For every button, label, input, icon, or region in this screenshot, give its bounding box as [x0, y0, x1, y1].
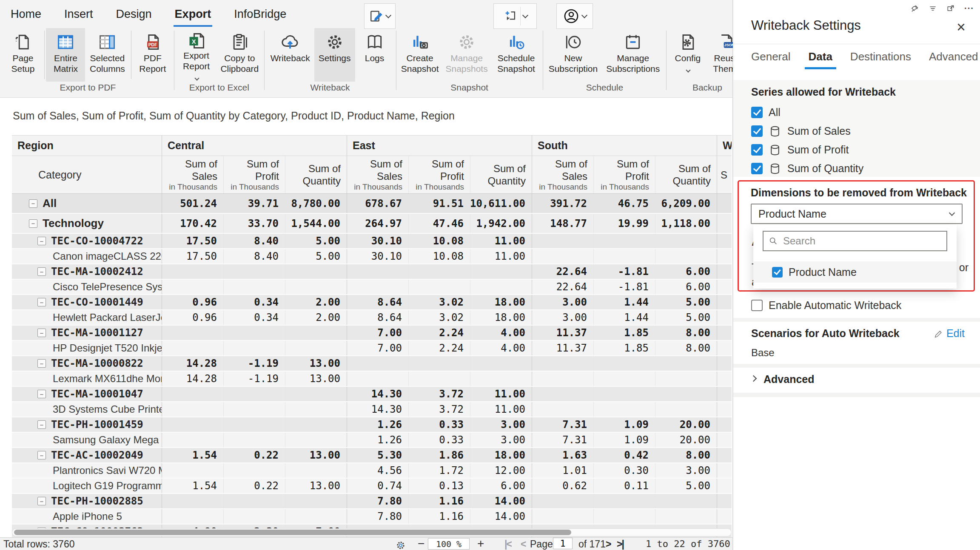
matrix-row-samsung-galaxy-mega-6-3: Samsung Galaxy Mega 6.31.260.333.007.311… [12, 433, 732, 448]
ribbon-tab-infobridge[interactable]: InfoBridge [233, 7, 288, 27]
previous-page-button[interactable]: < [521, 539, 525, 550]
annotate-button[interactable] [364, 3, 396, 29]
zoom-in-button[interactable]: + [477, 537, 484, 550]
new-subscription-button[interactable]: New Subscription [545, 28, 602, 82]
entire-matrix-button[interactable]: Entire Matrix [46, 28, 85, 82]
schedule-snapshot-button[interactable]: Schedule Snapshot [491, 28, 541, 82]
filter-icon[interactable] [929, 4, 937, 13]
checkbox-checked[interactable] [751, 144, 763, 156]
page-input[interactable] [553, 538, 573, 549]
popout-icon[interactable] [946, 4, 955, 13]
collapse-icon[interactable] [37, 267, 46, 276]
copy-to-clipboard-button[interactable]: Copy to Clipboard [217, 28, 262, 82]
selected-columns-button[interactable]: Selected Columns [85, 28, 129, 82]
collapse-icon[interactable] [37, 497, 46, 505]
value-cell [285, 509, 347, 524]
advanced-expander[interactable]: Advanced [751, 373, 814, 386]
value-cell [593, 494, 655, 508]
panel-tab-destinations[interactable]: Destinations [850, 50, 911, 69]
value-cell: 0.34 [223, 295, 285, 309]
value-cell [470, 264, 532, 279]
row-label: TEC-MA-10000822 [51, 357, 143, 369]
pin-icon[interactable] [911, 4, 919, 13]
logs-button[interactable]: Logs [355, 28, 394, 82]
value-cell: 22.64 [532, 264, 593, 279]
value-cell: 1.86 [408, 448, 470, 462]
value-cell [593, 371, 655, 386]
last-page-button[interactable]: >| [617, 539, 624, 550]
panel-tab-data[interactable]: Data [809, 50, 832, 69]
collapse-icon[interactable] [37, 451, 46, 459]
export-report-button[interactable]: XExport Report [176, 28, 217, 82]
series-item-all[interactable]: All [751, 103, 863, 122]
collapse-icon[interactable] [37, 420, 46, 429]
ribbon-tab-home[interactable]: Home [9, 7, 43, 27]
row-label: Samsung Galaxy Mega 6.3 [53, 434, 162, 446]
value-cell: 1.16 [408, 494, 470, 508]
create-snapshot-button[interactable]: Create Snapshot [398, 28, 442, 82]
manage-subscriptions-button[interactable]: Manage Subscriptions [601, 28, 664, 82]
collapse-icon[interactable] [37, 390, 46, 398]
row-label-cell: Logitech G19 Programmabl… [12, 479, 162, 493]
value-cell-clipped [717, 509, 732, 524]
enable-auto-writeback-checkbox[interactable] [751, 300, 763, 311]
dropdown-search[interactable] [763, 231, 947, 251]
zoom-out-button[interactable]: − [418, 537, 424, 550]
row-label-cell: Cisco TelePresence System … [12, 280, 162, 294]
settings-button[interactable]: Settings [314, 28, 355, 82]
chevron-down-icon [581, 12, 587, 18]
page-setup-button[interactable]: Page Setup [3, 28, 43, 82]
scrollbar-thumb[interactable] [14, 530, 571, 535]
search-input[interactable] [782, 235, 946, 247]
pdf-report-button[interactable]: PDFPDF Report [133, 28, 172, 82]
collapse-icon[interactable] [37, 359, 46, 368]
next-page-button[interactable]: > [606, 539, 610, 550]
scenarios-edit-link[interactable]: Edit [934, 327, 965, 340]
zoom-level[interactable]: 100 % [428, 538, 470, 550]
dropdown-option-product-name[interactable]: Product Name [753, 261, 957, 283]
enable-auto-writeback-row[interactable]: Enable Automatic Writeback [751, 299, 901, 312]
checkbox-checked[interactable] [751, 107, 763, 118]
series-item-sum-of-quantity[interactable]: Sum of Quantity [751, 159, 863, 178]
checkbox-checked[interactable] [751, 163, 763, 174]
ribbon-tab-insert[interactable]: Insert [63, 7, 94, 27]
collapse-icon[interactable] [37, 237, 46, 245]
account-button[interactable] [556, 3, 593, 29]
config-button[interactable]: Config [668, 28, 707, 82]
display-settings-icon[interactable] [396, 539, 406, 550]
settings-gear-icon [325, 31, 344, 53]
close-icon[interactable] [957, 20, 966, 35]
value-cell: 6.00 [655, 264, 717, 279]
checkbox-checked[interactable] [772, 267, 783, 278]
value-cell: 1.01 [532, 463, 593, 478]
panel-tab-general[interactable]: General [751, 50, 791, 69]
series-item-sum-of-profit[interactable]: Sum of Profit [751, 140, 863, 159]
ribbon-group-export-to-pdf: Page SetupEntire MatrixSelected ColumnsP… [3, 28, 172, 93]
ribbon-tab-design[interactable]: Design [115, 7, 153, 27]
series-item-sum-of-sales[interactable]: Sum of Sales [751, 122, 863, 140]
collapse-icon[interactable] [29, 199, 37, 208]
horizontal-scrollbar[interactable] [12, 528, 732, 536]
value-cell [162, 494, 223, 508]
dimensions-select[interactable]: Product Name [751, 204, 963, 224]
value-cell: 1.16 [408, 509, 470, 524]
collapse-icon[interactable] [37, 298, 46, 306]
button-label: Export Report [180, 50, 213, 82]
value-cell [593, 509, 655, 524]
add-comment-button[interactable] [493, 3, 537, 29]
value-cell: 0.22 [223, 448, 285, 462]
value-cell-clipped [717, 234, 732, 248]
pdf-report-icon: PDF [143, 31, 162, 53]
collapse-icon[interactable] [37, 329, 46, 337]
ribbon-tab-export[interactable]: Export [174, 7, 213, 27]
writeback-button[interactable]: Writeback [266, 28, 314, 82]
collapse-icon[interactable] [29, 219, 37, 228]
value-cell: 13.00 [285, 356, 347, 371]
more-options-icon[interactable] [964, 3, 974, 13]
measure-cylinder-icon [769, 162, 781, 175]
first-page-button[interactable]: |< [504, 539, 511, 550]
checkbox-checked[interactable] [751, 125, 763, 137]
value-cell [223, 402, 285, 417]
measure-name: S [721, 169, 727, 181]
panel-tab-advanced[interactable]: Advanced [929, 50, 978, 69]
